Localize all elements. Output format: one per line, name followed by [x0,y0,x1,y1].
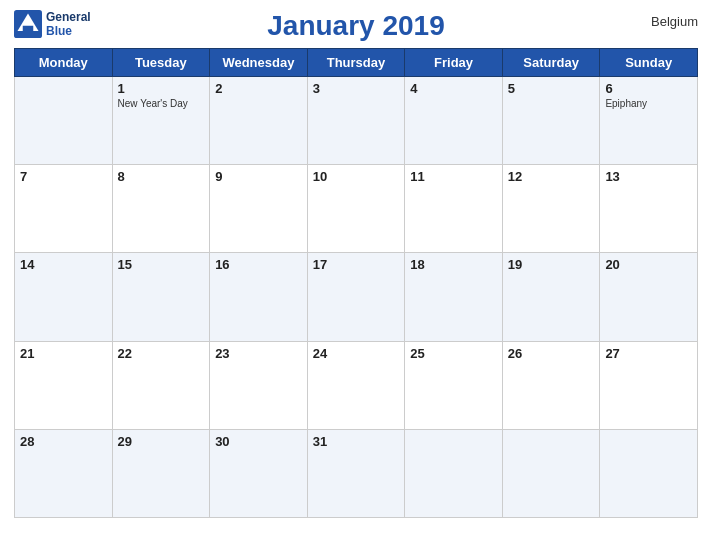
date-number: 5 [508,81,595,96]
svg-rect-2 [23,26,34,31]
calendar-cell [405,429,503,517]
date-number: 23 [215,346,302,361]
calendar-cell: 9 [210,165,308,253]
date-number: 1 [118,81,205,96]
date-number: 18 [410,257,497,272]
week-row-2: 78910111213 [15,165,698,253]
day-header-saturday: Saturday [502,49,600,77]
calendar-cell: 21 [15,341,113,429]
date-number: 3 [313,81,400,96]
week-row-5: 28293031 [15,429,698,517]
date-number: 24 [313,346,400,361]
date-number: 29 [118,434,205,449]
holiday-label: New Year's Day [118,98,205,109]
calendar-cell [600,429,698,517]
date-number: 28 [20,434,107,449]
day-header-wednesday: Wednesday [210,49,308,77]
day-header-sunday: Sunday [600,49,698,77]
calendar-cell: 20 [600,253,698,341]
logo: General Blue [14,10,91,39]
calendar-cell: 23 [210,341,308,429]
calendar-cell [502,429,600,517]
week-row-3: 14151617181920 [15,253,698,341]
calendar-cell: 5 [502,77,600,165]
calendar-cell: 8 [112,165,210,253]
date-number: 9 [215,169,302,184]
calendar-cell: 18 [405,253,503,341]
week-row-1: 1New Year's Day23456Epiphany [15,77,698,165]
calendar-title: January 2019 [267,10,444,42]
calendar-cell: 30 [210,429,308,517]
date-number: 25 [410,346,497,361]
date-number: 31 [313,434,400,449]
logo-blue: Blue [46,24,91,38]
date-number: 16 [215,257,302,272]
date-number: 20 [605,257,692,272]
calendar-cell: 3 [307,77,405,165]
calendar-cell: 1New Year's Day [112,77,210,165]
date-number: 4 [410,81,497,96]
calendar-cell: 11 [405,165,503,253]
calendar-cell: 13 [600,165,698,253]
header-row: MondayTuesdayWednesdayThursdayFridaySatu… [15,49,698,77]
week-row-4: 21222324252627 [15,341,698,429]
date-number: 30 [215,434,302,449]
date-number: 2 [215,81,302,96]
date-number: 17 [313,257,400,272]
calendar-cell: 17 [307,253,405,341]
calendar-header: General Blue January 2019 Belgium [14,10,698,42]
date-number: 14 [20,257,107,272]
calendar-cell: 12 [502,165,600,253]
date-number: 12 [508,169,595,184]
date-number: 7 [20,169,107,184]
calendar-cell: 16 [210,253,308,341]
logo-icon [14,10,42,38]
calendar-cell: 24 [307,341,405,429]
calendar-container: General Blue January 2019 Belgium Monday… [0,0,712,550]
calendar-cell: 31 [307,429,405,517]
date-number: 6 [605,81,692,96]
logo-text: General Blue [46,10,91,39]
holiday-label: Epiphany [605,98,692,109]
country-label: Belgium [651,14,698,29]
day-header-monday: Monday [15,49,113,77]
calendar-cell [15,77,113,165]
calendar-cell: 4 [405,77,503,165]
calendar-cell: 7 [15,165,113,253]
calendar-cell: 29 [112,429,210,517]
date-number: 15 [118,257,205,272]
calendar-cell: 2 [210,77,308,165]
calendar-table: MondayTuesdayWednesdayThursdayFridaySatu… [14,48,698,518]
date-number: 19 [508,257,595,272]
date-number: 22 [118,346,205,361]
date-number: 27 [605,346,692,361]
calendar-cell: 6Epiphany [600,77,698,165]
date-number: 26 [508,346,595,361]
calendar-cell: 28 [15,429,113,517]
logo-general: General [46,10,91,24]
calendar-cell: 15 [112,253,210,341]
date-number: 8 [118,169,205,184]
calendar-cell: 14 [15,253,113,341]
day-header-friday: Friday [405,49,503,77]
calendar-cell: 10 [307,165,405,253]
day-header-thursday: Thursday [307,49,405,77]
date-number: 21 [20,346,107,361]
calendar-cell: 25 [405,341,503,429]
date-number: 11 [410,169,497,184]
day-header-tuesday: Tuesday [112,49,210,77]
calendar-cell: 26 [502,341,600,429]
calendar-cell: 22 [112,341,210,429]
date-number: 13 [605,169,692,184]
calendar-cell: 19 [502,253,600,341]
calendar-cell: 27 [600,341,698,429]
date-number: 10 [313,169,400,184]
